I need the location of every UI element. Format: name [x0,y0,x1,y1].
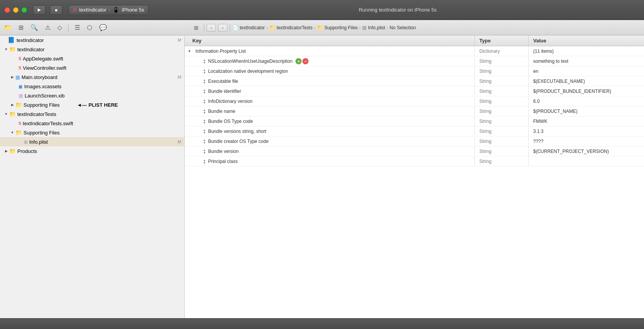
bundleid-sort[interactable]: ▲ ▼ [203,89,206,94]
search-icon[interactable]: 🔍 [30,23,39,32]
sidebar-item-textIndicator[interactable]: ▼ 📁 textIndicator [0,45,184,54]
breadcrumb: 📄 textIndicator › 📁 textIndicatorTests ›… [232,25,416,30]
breadcrumb-supporting[interactable]: 📁 Supporting Files [317,25,358,30]
sort-down-icon-10: ▼ [203,151,206,154]
sidebar-item-main-storyboard[interactable]: ▶ ▦ Main.storyboard M [0,72,184,82]
sidebar-item-root[interactable]: 📘 textIndicator M [0,35,184,45]
close-button[interactable] [5,7,10,13]
plist-row-bundle-id[interactable]: ▲ ▼ Bundle identifier String $(PRODUCT_B… [185,86,644,96]
tag-icon[interactable]: ⬡ [86,23,93,32]
plist-row-infodictversion[interactable]: ▲ ▼ InfoDictionary version String 6.0 [185,96,644,106]
sidebar-item-tests-swift[interactable]: S textIndicatorTests.swift [0,119,184,128]
plist-key-bundle-creator-os: ▲ ▼ Bundle creator OS Type code [185,136,475,146]
list-icon[interactable]: ☰ [74,23,81,32]
sidebar-item-images[interactable]: ◼ Images.xcassets [0,82,184,91]
plist-row-bundle-versions-short[interactable]: ▲ ▼ Bundle versions string, short String… [185,126,644,136]
bottombar [0,318,644,329]
folder-icon[interactable]: 📁 [3,23,12,32]
fullscreen-button[interactable] [22,7,27,13]
plist-row-root[interactable]: ▼ Information Property List Dictionary (… [185,46,644,56]
breadcrumb-tests-label: textIndicatorTests [277,25,312,30]
supporting1-disclosure: ▶ [9,103,15,107]
warning-icon[interactable]: ⚠ [44,23,51,32]
scheme-selector[interactable]: A textIndicator › 📱 iPhone 5s [68,5,148,15]
bundlecreator-sort[interactable]: ▲ ▼ [203,139,206,144]
plist-type-bundle-id: String [475,86,529,96]
executable-sort[interactable]: ▲ ▼ [203,79,206,84]
col-type-header: Type [475,35,529,46]
executable-key-text: Executable file [208,79,238,84]
root-row-disclosure[interactable]: ▼ [188,49,194,53]
toolbar-right: ⊞ ‹ › 📄 textIndicator › 📁 textIndicatorT… [188,24,641,32]
main-content: 📘 textIndicator M ▼ 📁 textIndicator S Ap… [0,35,644,318]
plist-value-bundle-versions-short: 3.1.3 [529,126,644,136]
bundlename-value-text: $(PRODUCT_NAME) [533,109,577,114]
nslocation-sort[interactable]: ▲ ▼ [203,59,206,64]
sidebar-item-appdelegate[interactable]: S AppDelegate.swift [0,54,184,63]
bundleversion-sort[interactable]: ▲ ▼ [203,149,206,154]
sidebar-item-products[interactable]: ▶ 📁 Products [0,146,184,156]
plist-file-icon: ▦ [24,139,28,144]
sidebar-item-launchscreen[interactable]: ▦ LaunchScreen.xib [0,91,184,100]
plist-row-bundle-name[interactable]: ▲ ▼ Bundle name String $(PRODUCT_NAME) [185,106,644,116]
toolbar-divider [68,24,68,32]
grid-view-button[interactable]: ⊞ [191,24,202,32]
bundleversshort-sort[interactable]: ▲ ▼ [203,129,206,134]
plist-value-bundle-creator-os: ???? [529,136,644,146]
plist-row-principal-class[interactable]: ▲ ▼ Principal class String [185,156,644,166]
sidebar-item-viewcontroller[interactable]: S ViewController.swift [0,63,184,72]
nslocation-type-text: String [479,59,491,64]
sort-down-icon-5: ▼ [203,101,206,104]
bundleid-type-text: String [479,89,491,94]
plist-row-bundle-version[interactable]: ▲ ▼ Bundle version String $(CURRENT_PROJ… [185,146,644,156]
breadcrumb-noselection: No Selection [390,25,416,30]
plist-row-localization[interactable]: ▲ ▼ Localization native development regi… [185,66,644,76]
back-button[interactable]: ‹ [207,24,216,32]
sidebar-storyboard-label: Main.storyboard [22,74,175,80]
sidebar-item-supporting-1[interactable]: ▶ 📁 Supporting Files ◄— PLIST HERE [0,100,184,109]
principalclass-sort[interactable]: ▲ ▼ [203,159,206,164]
sidebar-tests-swift-label: textIndicatorTests.swift [23,121,181,126]
plist-row-bundle-os-type[interactable]: ▲ ▼ Bundle OS Type code String FMWK [185,116,644,126]
breadcrumb-project[interactable]: 📄 textIndicator [232,25,265,30]
breadcrumb-tests[interactable]: 📁 textIndicatorTests [269,25,312,30]
forward-button[interactable]: › [218,24,227,32]
sidebar: 📘 textIndicator M ▼ 📁 textIndicator S Ap… [0,35,185,318]
infodictversion-sort[interactable]: ▲ ▼ [203,99,206,104]
plist-type-bundle-os-type: String [475,116,529,126]
plist-type-root: Dictionary [475,46,529,56]
sort-up-icon-3: ▲ [203,79,206,81]
bundlecreator-value-text: ???? [533,139,544,144]
plist-value-executable: $(EXECUTABLE_NAME) [529,76,644,86]
plist-row-bundle-creator-os[interactable]: ▲ ▼ Bundle creator OS Type code String ?… [185,136,644,146]
sidebar-plist-label: Info.plist [29,139,175,145]
add-row-button[interactable]: + [295,58,302,64]
breadcrumb-plist[interactable]: ▦ Info.plist [362,25,385,30]
sidebar-item-info-plist[interactable]: ▦ Info.plist M [0,137,184,146]
bundleostype-sort[interactable]: ▲ ▼ [203,119,206,124]
executable-type-text: String [479,79,491,84]
delete-row-button[interactable]: − [302,58,309,64]
hierarchy-icon[interactable]: ⊞ [18,23,24,32]
localization-sort[interactable]: ▲ ▼ [203,69,206,74]
plist-icon: ▦ [362,25,367,30]
filter-icon[interactable]: ◇ [57,23,63,32]
plist-row-executable[interactable]: ▲ ▼ Executable file String $(EXECUTABLE_… [185,76,644,86]
plist-type-infodictversion: String [475,96,529,106]
minimize-button[interactable] [13,7,18,13]
sidebar-item-supporting-2[interactable]: ▼ 📁 Supporting Files [0,128,184,137]
plist-value-root: (11 items) [529,46,644,56]
principalclass-key-text: Principal class [208,159,238,164]
nslocation-key-text: NSLocationWhenInUseUsageDescription [208,59,292,64]
bundlecreator-key-text: Bundle creator OS Type code [208,139,269,144]
breadcrumb-arrow-2: › [314,25,315,30]
sort-down-icon-11: ▼ [203,161,206,164]
plist-row-nslocation[interactable]: ▲ ▼ NSLocationWhenInUseUsageDescription … [185,56,644,66]
comment-icon[interactable]: 💬 [98,23,108,32]
run-button[interactable]: ▶ [33,5,45,15]
bundlename-sort[interactable]: ▲ ▼ [203,109,206,114]
localization-type-text: String [479,69,491,74]
stop-button[interactable]: ■ [50,5,62,15]
plist-type-bundle-version: String [475,146,529,156]
sidebar-item-tests-group[interactable]: ▼ 📁 textIndicatorTests [0,109,184,119]
